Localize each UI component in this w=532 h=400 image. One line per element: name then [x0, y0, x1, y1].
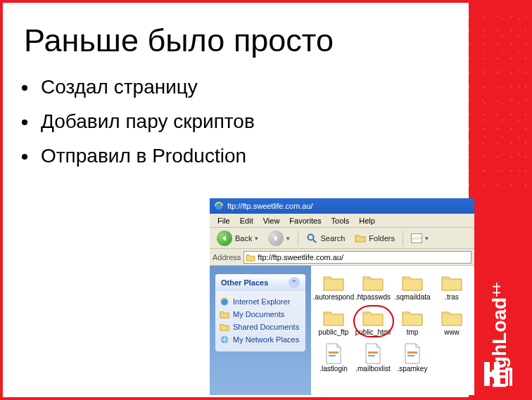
folder-icon	[401, 308, 424, 328]
menu-edit[interactable]: Edit	[235, 216, 258, 226]
bullet-item: Отправил в Production	[38, 141, 455, 172]
sidebar-item-label: My Network Places	[233, 335, 299, 344]
bullet-list: Создал страницу Добавил пару скриптов От…	[24, 72, 455, 172]
folder-item[interactable]: .tras	[432, 273, 471, 301]
file-icon	[403, 343, 422, 364]
collapse-icon: ⌃	[289, 277, 300, 288]
sidebar-item-label: Internet Explorer	[233, 297, 290, 306]
forward-icon	[268, 231, 284, 246]
folder-item[interactable]: public_ftp	[314, 308, 353, 336]
file-item[interactable]: .mailboxlist	[353, 343, 393, 373]
task-box: Other Places ⌃ Internet Explorer My Docu…	[215, 274, 305, 351]
views-icon	[411, 233, 422, 243]
brand-pattern	[469, 3, 529, 186]
task-body: Internet Explorer My Documents Shared Do…	[215, 291, 305, 351]
svg-rect-9	[329, 351, 338, 354]
folder-icon	[220, 322, 229, 332]
file-label: .tras	[445, 294, 458, 301]
address-label: Address	[213, 253, 241, 262]
folders-button[interactable]: Folders	[350, 231, 399, 245]
address-value: ftp://ftp.sweetlife.com.au/	[258, 253, 343, 262]
window-body: Other Places ⌃ Internet Explorer My Docu…	[210, 266, 474, 395]
folder-item[interactable]: tmp	[393, 308, 432, 336]
menu-view[interactable]: View	[258, 216, 285, 226]
file-icon	[324, 343, 343, 364]
window-title: ftp://ftp.sweetlife.com.au/	[227, 202, 313, 210]
sidebar-item-label: Shared Documents	[233, 323, 299, 331]
brand-plus: ++	[488, 285, 505, 297]
ie-icon	[220, 297, 229, 307]
sidebar-item-label: My Documents	[233, 310, 284, 318]
toolbar: Back ▾ ▾ Search Folders	[210, 228, 474, 249]
svg-rect-12	[368, 355, 375, 356]
file-label: public_ftp	[319, 329, 349, 336]
folder-icon	[441, 308, 463, 328]
folders-icon	[355, 233, 366, 244]
menu-help[interactable]: Help	[354, 216, 380, 226]
menu-favorites[interactable]: Favorites	[284, 216, 326, 226]
sidebar-item-my-network-places[interactable]: My Network Places	[220, 333, 301, 346]
menu-file[interactable]: File	[213, 216, 235, 226]
slide-content: Раньше было просто Создал страницу Добав…	[3, 3, 469, 397]
folder-item-public-html[interactable]: public_html	[353, 308, 393, 336]
file-label: .htpasswds	[355, 294, 391, 301]
file-icon	[364, 343, 382, 364]
file-label: www	[444, 329, 460, 336]
file-item[interactable]: .spamkey	[393, 343, 432, 373]
chevron-down-icon: ▾	[425, 235, 429, 242]
svg-rect-10	[329, 355, 336, 356]
file-label: .spamkey	[398, 366, 428, 373]
sidebar-item-my-documents[interactable]: My Documents	[220, 308, 301, 321]
addressbar: Address ftp://ftp.sweetlife.com.au/	[210, 249, 474, 266]
task-heading-label: Other Places	[221, 278, 268, 287]
chevron-down-icon: ▾	[255, 235, 258, 242]
folder-item[interactable]: .htpasswds	[353, 273, 393, 301]
folder-icon	[246, 253, 255, 262]
folder-item[interactable]: .sqmaildata	[393, 273, 432, 301]
search-icon	[306, 233, 317, 244]
folder-item[interactable]: www	[432, 308, 471, 336]
folder-icon	[441, 273, 463, 292]
file-label: public_html	[355, 329, 391, 336]
chevron-down-icon: ▾	[286, 235, 290, 242]
address-input[interactable]: ftp://ftp.sweetlife.com.au/	[243, 251, 471, 264]
back-button[interactable]: Back ▾	[213, 229, 262, 247]
file-label: .autorespond	[313, 294, 354, 301]
folder-icon	[362, 308, 384, 328]
menubar: File Edit View Favorites Tools Help	[210, 214, 474, 228]
views-button[interactable]: ▾	[407, 232, 433, 245]
folder-icon	[220, 309, 229, 319]
sidebar-item-internet-explorer[interactable]: Internet Explorer	[220, 295, 301, 308]
brand-logo-icon	[480, 355, 518, 393]
menu-tools[interactable]: Tools	[327, 216, 355, 226]
folder-icon	[362, 273, 384, 292]
svg-rect-14	[407, 355, 414, 356]
network-icon	[220, 335, 229, 344]
sidebar-item-shared-documents[interactable]: Shared Documents	[220, 321, 301, 333]
file-label: .lastlogin	[319, 366, 347, 373]
svg-point-5	[308, 234, 314, 240]
file-item[interactable]: .lastlogin	[314, 343, 353, 373]
back-label: Back	[235, 234, 252, 243]
file-grid: .autorespond .htpasswds .sqmaildata	[311, 266, 474, 395]
bullet-item: Добавил пару скриптов	[38, 106, 455, 138]
folder-icon	[322, 308, 345, 328]
svg-rect-11	[368, 351, 378, 354]
folder-item[interactable]: .autorespond	[314, 273, 353, 301]
svg-rect-13	[407, 351, 417, 354]
search-button[interactable]: Search	[302, 231, 349, 245]
side-panel: Other Places ⌃ Internet Explorer My Docu…	[210, 266, 311, 395]
folder-icon	[322, 273, 345, 292]
svg-line-6	[313, 240, 316, 243]
bullet-item: Создал страницу	[38, 72, 455, 103]
ie-icon	[214, 201, 224, 211]
task-heading[interactable]: Other Places ⌃	[215, 274, 305, 291]
toolbar-separator	[298, 231, 298, 246]
forward-button[interactable]: ▾	[264, 229, 294, 247]
file-label: tmp	[407, 329, 419, 336]
ftp-window: ftp://ftp.sweetlife.com.au/ File Edit Vi…	[210, 198, 474, 395]
search-label: Search	[320, 234, 345, 243]
toolbar-separator	[403, 231, 403, 246]
svg-rect-3	[484, 372, 500, 377]
titlebar: ftp://ftp.sweetlife.com.au/	[210, 198, 474, 214]
